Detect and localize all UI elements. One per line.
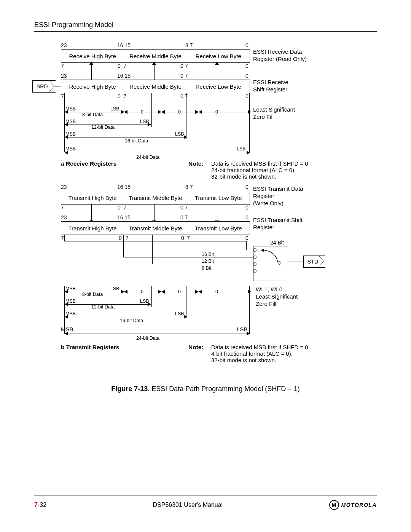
tx-bit-8-7: 8 7: [185, 184, 193, 190]
rx-shift-mid: Receive Middle Byte: [124, 80, 187, 93]
diagram: 23 16 15 8 7 0 Receive High Byte Receive…: [34, 42, 377, 423]
rx-data-label: ESSI Receive DataRegister (Read Only): [253, 48, 307, 63]
tx-shift-label: ESSI Transmit ShiftRegister: [253, 217, 303, 231]
note-label-tx: Note:: [188, 344, 204, 351]
footer-rule: [34, 495, 377, 495]
manual-title: DSP56301 User's Manual: [153, 502, 223, 508]
bit-8-7: 8 7: [185, 42, 193, 48]
tlsb-3: LSB: [175, 311, 184, 316]
lsb-3: LSB: [175, 131, 184, 137]
tx-sep-1: 0: [119, 235, 122, 241]
page-number: 7-32: [34, 502, 46, 508]
d8: 8-bit Data: [82, 112, 103, 117]
rx-shift-high: Receive High Byte: [61, 80, 124, 93]
tx-data-mid: Transmit Middle Byte: [124, 191, 187, 204]
header-rule: [34, 31, 377, 32]
td8: 8-bit Data: [82, 292, 103, 297]
tx-shift-register: Transmit High Byte Transmit Middle Byte …: [61, 221, 250, 235]
zero-fill-label: Least SignificantZero Fill: [253, 106, 295, 121]
s0-7-3: 0 7: [118, 93, 126, 99]
motorola-icon: M: [329, 500, 339, 510]
tx-sep-2b: 7: [187, 235, 190, 241]
tx-s7-1: 7: [61, 204, 64, 211]
note-label-rx: Note:: [188, 160, 204, 167]
tx-bit-0-7-b: 0 7: [180, 214, 188, 220]
tx-s7-2: 7: [61, 235, 64, 241]
bit-16-15: 16 15: [117, 42, 131, 48]
tx-caption: b Transmit Registers: [61, 344, 119, 351]
bit-0-7-b: 0 7: [180, 73, 188, 79]
s0-2: 0: [245, 93, 249, 99]
tx-sep-1b: 7: [126, 235, 129, 241]
bit24: 24 Bit: [270, 240, 284, 246]
z3: 0: [215, 109, 218, 115]
tz2: 0: [178, 289, 181, 294]
tlsb-1: LSB: [110, 286, 119, 291]
rx-shift-low: Receive Low Byte: [187, 80, 250, 93]
s0-7-4: 0 7: [180, 93, 188, 99]
footer: 7-32 DSP56301 User's Manual M MOTOROLA: [34, 500, 377, 510]
figure-caption: Figure 7-13. ESSI Data Path Programming …: [34, 385, 377, 393]
bit8: 8 Bit: [202, 265, 211, 271]
d24: 24-bit Data: [136, 155, 159, 160]
rx-data-mid: Receive Middle Byte: [124, 50, 187, 62]
tlsb-4: LSB: [237, 326, 247, 332]
tz3: 0: [215, 289, 218, 294]
tx-data-high: Transmit High Byte: [61, 191, 124, 204]
tx-data-label: ESSI Transmit DataRegister(Write Only): [253, 185, 303, 207]
s7-2: 7: [61, 93, 64, 99]
selector-arc: [257, 248, 284, 271]
rx-shift-register: Receive High Byte Receive Middle Byte Re…: [61, 80, 250, 93]
wl-label: WL1, WL0 Least Significant Zero Fill: [256, 286, 298, 307]
tx-shift-high: Transmit High Byte: [61, 222, 124, 235]
rx-data-register: Receive High Byte Receive Middle Byte Re…: [61, 49, 250, 63]
bit-16-15-b: 16 15: [117, 73, 131, 79]
tx-bit-16-15-b: 16 15: [117, 214, 131, 220]
bit16: 16 Bit: [202, 252, 214, 257]
lsb-4: LSB: [237, 146, 246, 152]
note-rx: Data is received MSB first if SHFD = 0. …: [211, 160, 310, 180]
rx-shift-label: ESSI ReceiveShift Register: [253, 79, 288, 93]
rx-data-low: Receive Low Byte: [187, 50, 250, 62]
s0-7-2: 0 7: [180, 63, 188, 69]
tx-sep-2: 0: [181, 235, 184, 241]
td24: 24-bit Data: [136, 335, 159, 341]
bit-0-b: 0: [245, 73, 249, 79]
tx-s0-3: 0: [245, 235, 249, 241]
bit-23-b: 23: [61, 73, 67, 79]
bit-23: 23: [61, 42, 67, 48]
bit12: 12 Bit: [202, 259, 214, 264]
lsb-1: LSB: [110, 106, 119, 112]
rx-data-high: Receive High Byte: [61, 50, 124, 62]
svg-marker-0: [261, 249, 264, 252]
tx-s0-7-1: 0 7: [118, 204, 126, 211]
bit-0: 0: [245, 42, 249, 48]
tx-bit-23: 23: [61, 184, 67, 190]
tx-bit-16-15: 16 15: [117, 184, 131, 190]
tx-s0-1: 0: [245, 204, 249, 211]
rx-caption: a Receive Registers: [61, 160, 116, 167]
motorola-logo: M MOTOROLA: [329, 500, 377, 510]
tx-data-low: Transmit Low Byte: [187, 191, 250, 204]
tz1: 0: [141, 289, 143, 294]
z2: 0: [178, 109, 181, 115]
d16: 16-bit Data: [125, 138, 148, 144]
note-tx: Data is received MSB first if SHFD = 0. …: [211, 344, 310, 363]
td12: 12-bit Data: [91, 304, 115, 310]
tx-s0-7-2: 0 7: [180, 204, 188, 211]
tx-bit-0: 0: [245, 184, 249, 190]
tx-bit-0-b: 0: [245, 214, 249, 220]
tx-shift-mid: Transmit Middle Byte: [124, 222, 187, 235]
s7-1: 7: [61, 63, 64, 69]
z1: 0: [141, 109, 143, 115]
td16: 16-bit Data: [120, 318, 143, 323]
s0-1: 0: [245, 63, 249, 69]
d12: 12-bit Data: [91, 125, 115, 130]
tx-shift-low: Transmit Low Byte: [187, 222, 250, 235]
s0-7-1: 0 7: [118, 63, 126, 69]
section-title: ESSI Programming Model: [34, 21, 377, 29]
tx-bit-23-b: 23: [61, 214, 67, 220]
tx-data-register: Transmit High Byte Transmit Middle Byte …: [61, 191, 250, 204]
